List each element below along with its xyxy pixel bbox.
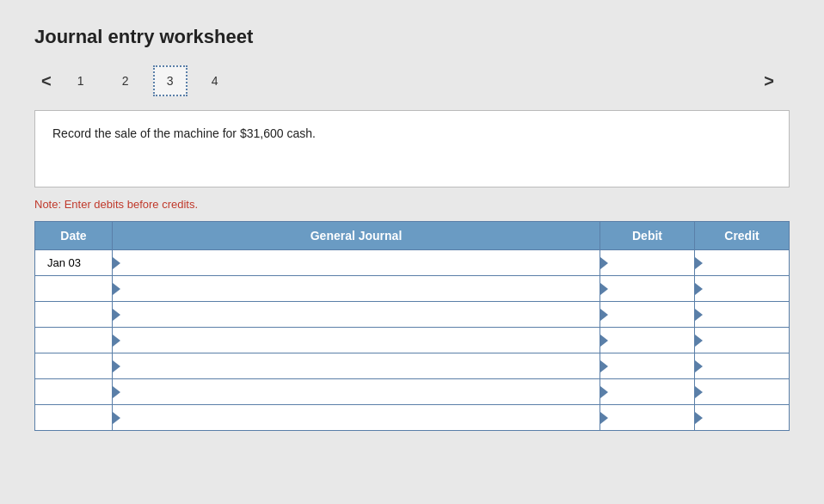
tab-navigation: < 1 2 3 4 > bbox=[34, 65, 790, 96]
credit-cell[interactable] bbox=[695, 328, 790, 353]
journal-cell[interactable] bbox=[113, 328, 600, 353]
table-row bbox=[35, 250, 790, 276]
table-row bbox=[35, 302, 790, 328]
date-cell[interactable] bbox=[35, 379, 113, 405]
credit-input[interactable] bbox=[695, 250, 789, 275]
date-input[interactable] bbox=[42, 353, 105, 378]
header-date: Date bbox=[35, 222, 113, 250]
date-cell[interactable] bbox=[35, 328, 113, 353]
nav-right-arrow[interactable]: > bbox=[757, 71, 781, 91]
note-text: Note: Enter debits before credits. bbox=[34, 198, 790, 211]
journal-cell[interactable] bbox=[113, 276, 600, 302]
date-input[interactable] bbox=[42, 379, 105, 404]
debit-input[interactable] bbox=[600, 405, 694, 430]
date-cell[interactable] bbox=[35, 405, 113, 431]
page-title: Journal entry worksheet bbox=[34, 26, 790, 48]
table-row bbox=[35, 353, 790, 379]
tab-1[interactable]: 1 bbox=[64, 65, 98, 96]
credit-cell[interactable] bbox=[695, 302, 790, 328]
debit-input[interactable] bbox=[600, 328, 694, 353]
credit-input[interactable] bbox=[695, 302, 789, 327]
debit-cell[interactable] bbox=[600, 302, 695, 328]
date-input[interactable] bbox=[42, 405, 105, 430]
table-row bbox=[35, 276, 790, 302]
debit-input[interactable] bbox=[600, 379, 694, 404]
journal-input[interactable] bbox=[113, 276, 600, 301]
journal-input[interactable] bbox=[113, 328, 600, 353]
date-input[interactable] bbox=[42, 302, 105, 327]
instruction-box: Record the sale of the machine for $31,6… bbox=[34, 110, 790, 187]
header-credit: Credit bbox=[695, 222, 790, 250]
tab-2[interactable]: 2 bbox=[108, 65, 143, 96]
journal-input[interactable] bbox=[113, 302, 600, 327]
debit-input[interactable] bbox=[600, 276, 694, 301]
journal-cell[interactable] bbox=[113, 379, 600, 405]
credit-input[interactable] bbox=[695, 353, 789, 378]
debit-cell[interactable] bbox=[600, 405, 695, 431]
credit-cell[interactable] bbox=[695, 250, 790, 276]
table-row bbox=[35, 328, 790, 353]
journal-input[interactable] bbox=[113, 405, 600, 430]
credit-cell[interactable] bbox=[695, 276, 790, 302]
debit-input[interactable] bbox=[600, 302, 694, 327]
credit-cell[interactable] bbox=[695, 379, 790, 405]
date-cell[interactable] bbox=[35, 250, 113, 276]
credit-input[interactable] bbox=[695, 405, 789, 430]
debit-cell[interactable] bbox=[600, 250, 695, 276]
header-debit: Debit bbox=[600, 222, 695, 250]
debit-cell[interactable] bbox=[600, 353, 695, 379]
credit-input[interactable] bbox=[695, 328, 789, 353]
debit-input[interactable] bbox=[600, 250, 694, 275]
journal-cell[interactable] bbox=[113, 250, 600, 276]
debit-cell[interactable] bbox=[600, 328, 695, 353]
date-cell[interactable] bbox=[35, 276, 113, 302]
table-row bbox=[35, 379, 790, 405]
debit-cell[interactable] bbox=[600, 379, 695, 405]
credit-cell[interactable] bbox=[695, 353, 790, 379]
date-input[interactable] bbox=[42, 250, 105, 275]
date-cell[interactable] bbox=[35, 302, 113, 328]
header-general-journal: General Journal bbox=[113, 222, 600, 250]
table-row bbox=[35, 405, 790, 431]
journal-input[interactable] bbox=[113, 353, 600, 378]
journal-cell[interactable] bbox=[113, 405, 600, 431]
journal-cell[interactable] bbox=[113, 302, 600, 328]
journal-input[interactable] bbox=[113, 379, 600, 404]
date-cell[interactable] bbox=[35, 353, 113, 379]
instruction-text: Record the sale of the machine for $31,6… bbox=[52, 126, 316, 140]
date-input[interactable] bbox=[42, 276, 105, 301]
journal-table: Date General Journal Debit Credit bbox=[34, 221, 790, 431]
tab-4[interactable]: 4 bbox=[198, 65, 232, 96]
journal-cell[interactable] bbox=[113, 353, 600, 379]
nav-left-arrow[interactable]: < bbox=[34, 71, 58, 91]
debit-cell[interactable] bbox=[600, 276, 695, 302]
journal-input[interactable] bbox=[113, 250, 600, 275]
debit-input[interactable] bbox=[600, 353, 694, 378]
date-input[interactable] bbox=[42, 328, 105, 353]
tab-3[interactable]: 3 bbox=[153, 65, 188, 96]
credit-input[interactable] bbox=[695, 276, 789, 301]
credit-input[interactable] bbox=[695, 379, 789, 404]
credit-cell[interactable] bbox=[695, 405, 790, 431]
